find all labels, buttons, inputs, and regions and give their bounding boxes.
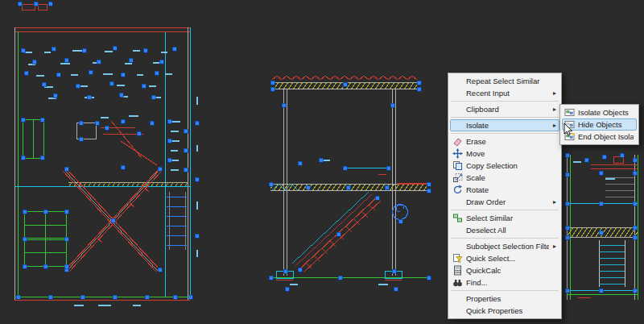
menu-item-scale[interactable]: Scale xyxy=(450,172,559,184)
menu-item-label: Erase xyxy=(466,135,556,147)
menu-separator xyxy=(451,117,559,118)
menu-item-label: Isolate xyxy=(466,119,549,131)
menu-item-quick-select[interactable]: Quick Select... xyxy=(450,252,559,264)
submenu-arrow-icon: ▸ xyxy=(549,240,556,252)
menu-item-label: Scale xyxy=(466,172,556,184)
blank-icon xyxy=(452,120,466,131)
menu-item-properties[interactable]: Properties xyxy=(450,293,559,305)
submenu-arrow-icon: ▸ xyxy=(549,119,556,131)
blank-icon xyxy=(452,305,466,316)
menu-item-move[interactable]: Move xyxy=(450,147,559,160)
menu-item-copy-selection[interactable]: Copy Selection xyxy=(450,160,559,172)
menu-separator xyxy=(451,290,559,291)
menu-item-erase[interactable]: Erase xyxy=(450,135,559,147)
menu-item-label: Find... xyxy=(466,276,556,289)
copy-icon xyxy=(452,160,466,171)
blank-icon xyxy=(452,197,466,207)
section-drawing-middle[interactable] xyxy=(269,76,431,291)
menu-separator xyxy=(451,210,559,210)
erase-icon xyxy=(452,136,466,147)
menu-item-label: Quick Select... xyxy=(466,252,556,264)
menu-item-select-similar[interactable]: Select Similar xyxy=(450,212,559,224)
menu-item-quickcalc[interactable]: QuickCalc xyxy=(450,264,559,276)
blank-icon xyxy=(452,293,466,304)
menu-separator xyxy=(451,133,559,134)
menu-item-rotate[interactable]: Rotate xyxy=(450,184,559,196)
blank-icon xyxy=(452,104,466,114)
section-drawing-left[interactable] xyxy=(14,2,199,306)
menu-item-subobject-selection-filter[interactable]: Subobject Selection Filter ▸ xyxy=(450,240,559,252)
scale-icon xyxy=(452,172,466,183)
menu-item-label: Draw Order xyxy=(466,196,549,208)
menu-item-label: Select Similar xyxy=(466,212,556,224)
submenu-arrow-icon: ▸ xyxy=(549,103,556,115)
menu-item-label: Recent Input xyxy=(466,87,549,99)
menu-item-label: Quick Properties xyxy=(466,305,556,317)
select-similar-icon xyxy=(452,213,466,223)
mouse-cursor xyxy=(564,123,573,137)
menu-item-label: Move xyxy=(466,147,556,160)
menu-item-clipboard[interactable]: Clipboard ▸ xyxy=(450,103,559,115)
menu-item-label: Deselect All xyxy=(466,224,556,236)
submenu-item-isolate-objects[interactable]: Isolate Objects xyxy=(562,106,637,118)
context-menu: Repeat Select Similar Recent Input ▸ Cli… xyxy=(448,73,562,319)
menu-item-isolate[interactable]: Isolate ▸ xyxy=(450,119,559,131)
rotate-icon xyxy=(452,185,466,195)
menu-item-label: Copy Selection xyxy=(466,160,556,172)
menu-separator xyxy=(451,101,559,102)
blank-icon xyxy=(452,241,466,251)
menu-item-label: Properties xyxy=(466,293,556,305)
menu-item-deselect-all[interactable]: Deselect All xyxy=(450,224,559,236)
menu-item-label: Hide Objects xyxy=(578,118,634,131)
menu-item-label: End Object Isolation xyxy=(578,131,634,143)
menu-item-repeat-select-similar[interactable]: Repeat Select Similar xyxy=(450,75,559,87)
move-icon xyxy=(452,148,466,159)
menu-separator xyxy=(451,238,559,239)
menu-item-find[interactable]: Find... xyxy=(450,276,559,289)
submenu-arrow-icon: ▸ xyxy=(549,196,556,208)
isolate-objects-icon xyxy=(564,107,578,118)
menu-item-recent-input[interactable]: Recent Input ▸ xyxy=(450,87,559,99)
menu-item-label: QuickCalc xyxy=(466,264,556,276)
quickcalc-icon xyxy=(452,265,466,276)
menu-item-label: Isolate Objects xyxy=(578,106,634,118)
menu-item-label: Subobject Selection Filter xyxy=(466,240,549,252)
menu-item-draw-order[interactable]: Draw Order ▸ xyxy=(450,196,559,208)
section-drawing-right[interactable] xyxy=(565,153,638,300)
submenu-arrow-icon: ▸ xyxy=(549,87,556,99)
menu-item-quick-properties[interactable]: Quick Properties xyxy=(450,305,559,317)
find-icon xyxy=(452,277,466,288)
quick-select-icon xyxy=(452,253,466,264)
blank-icon xyxy=(452,76,466,86)
blank-icon xyxy=(452,88,466,98)
blank-icon xyxy=(452,225,466,235)
menu-item-label: Clipboard xyxy=(466,103,549,115)
menu-item-label: Repeat Select Similar xyxy=(466,75,556,87)
menu-item-label: Rotate xyxy=(466,184,556,196)
